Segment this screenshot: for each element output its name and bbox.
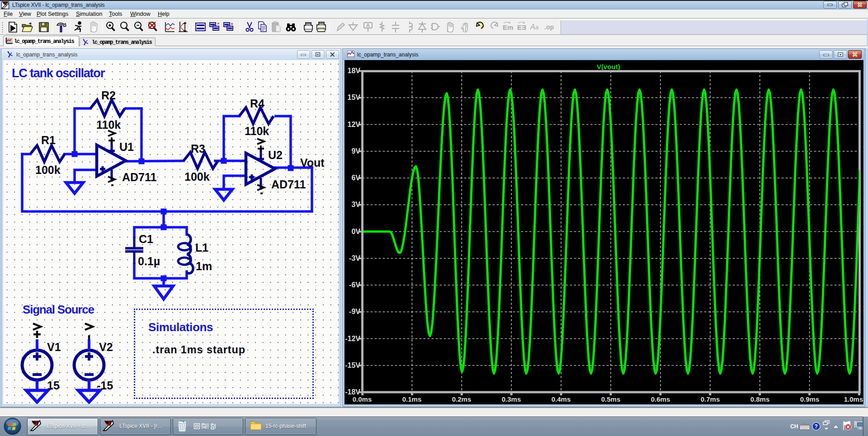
svg-text:Em: Em: [503, 23, 513, 31]
svg-text:EƎ: EƎ: [517, 23, 526, 31]
svg-text:a: a: [535, 24, 538, 31]
svg-text:A: A: [366, 23, 370, 28]
svg-text:?: ?: [815, 423, 818, 430]
svg-text:A: A: [530, 23, 535, 31]
svg-text:.op: .op: [544, 23, 554, 31]
